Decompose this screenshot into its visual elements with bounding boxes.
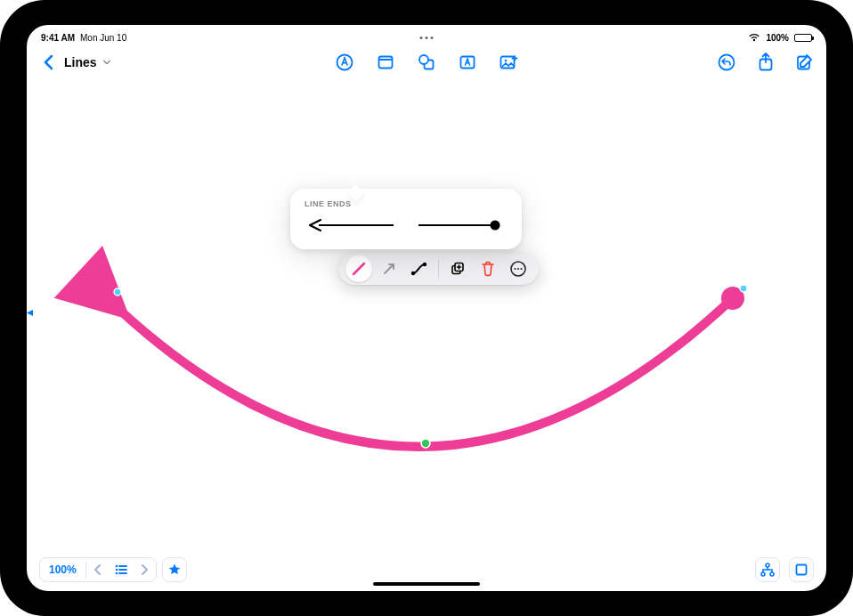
svg-point-27 [115, 572, 118, 575]
undo-button[interactable] [716, 52, 737, 73]
connection-line-button[interactable] [406, 255, 433, 282]
share-button[interactable] [755, 52, 776, 73]
endpoint-handle-right[interactable] [740, 285, 747, 292]
svg-point-7 [505, 60, 508, 62]
svg-point-31 [766, 563, 769, 567]
sticky-note-button[interactable] [375, 52, 396, 73]
popover-title: LINE ENDS [305, 199, 508, 208]
svg-point-33 [770, 572, 774, 576]
endpoint-handle-left[interactable] [114, 288, 121, 296]
svg-point-26 [115, 569, 118, 571]
svg-point-4 [419, 55, 428, 64]
chevron-down-icon[interactable] [101, 58, 111, 67]
svg-line-12 [353, 263, 364, 274]
svg-point-20 [517, 268, 519, 270]
canvas[interactable]: LINE ENDS [27, 78, 826, 555]
app-toolbar: Lines [27, 46, 826, 78]
context-toolbar [338, 253, 539, 285]
svg-point-15 [423, 263, 426, 266]
svg-rect-1 [379, 57, 393, 69]
svg-point-21 [520, 268, 522, 270]
curved-arrow-shape[interactable] [27, 78, 826, 559]
multitask-dots[interactable] [420, 36, 434, 39]
svg-point-8 [719, 55, 735, 70]
stroke-style-button[interactable] [345, 255, 372, 282]
device-frame: 9:41 AM Mon Jun 10 100% Lines [0, 0, 853, 616]
separator [438, 259, 439, 279]
arrow-style-button[interactable] [376, 255, 402, 282]
more-button[interactable] [505, 255, 532, 282]
zoom-controls: 100% [39, 557, 157, 582]
svg-point-32 [761, 572, 765, 576]
boards-list-button[interactable] [110, 557, 133, 582]
svg-point-25 [115, 565, 118, 568]
duplicate-button[interactable] [444, 255, 471, 282]
status-right: 100% [748, 33, 812, 43]
battery-pct: 100% [766, 33, 789, 43]
fit-button[interactable] [789, 557, 814, 582]
line-end-right-option[interactable] [415, 219, 504, 231]
diagram-mode-button[interactable] [755, 557, 780, 582]
svg-rect-34 [797, 565, 807, 575]
media-button[interactable] [498, 52, 519, 73]
compose-button[interactable] [794, 52, 816, 73]
status-date: Mon Jun 10 [80, 33, 126, 43]
screen: 9:41 AM Mon Jun 10 100% Lines [27, 25, 826, 591]
battery-icon [794, 34, 812, 42]
markup-tool-button[interactable] [334, 52, 355, 73]
home-indicator[interactable] [373, 582, 480, 586]
bottom-bar: 100% [27, 554, 826, 586]
zoom-value[interactable]: 100% [40, 563, 85, 576]
svg-point-24 [491, 221, 500, 231]
line-ends-popover: LINE ENDS [290, 189, 522, 249]
svg-point-14 [411, 272, 415, 275]
status-time: 9:41 AM [41, 33, 75, 43]
favorites-button[interactable] [162, 557, 187, 582]
status-bar: 9:41 AM Mon Jun 10 100% [27, 28, 826, 46]
svg-line-13 [385, 265, 393, 273]
next-button[interactable] [133, 557, 156, 582]
svg-point-19 [514, 268, 516, 270]
wifi-icon [748, 33, 760, 42]
curve-control-handle[interactable] [421, 439, 430, 448]
document-title[interactable]: Lines [64, 55, 97, 69]
status-left: 9:41 AM Mon Jun 10 [41, 33, 126, 43]
text-box-button[interactable] [457, 52, 478, 73]
line-end-left-option[interactable] [308, 219, 397, 231]
prev-button[interactable] [86, 557, 110, 582]
shapes-button[interactable] [416, 52, 437, 73]
delete-button[interactable] [475, 255, 501, 282]
back-button[interactable] [37, 52, 59, 73]
